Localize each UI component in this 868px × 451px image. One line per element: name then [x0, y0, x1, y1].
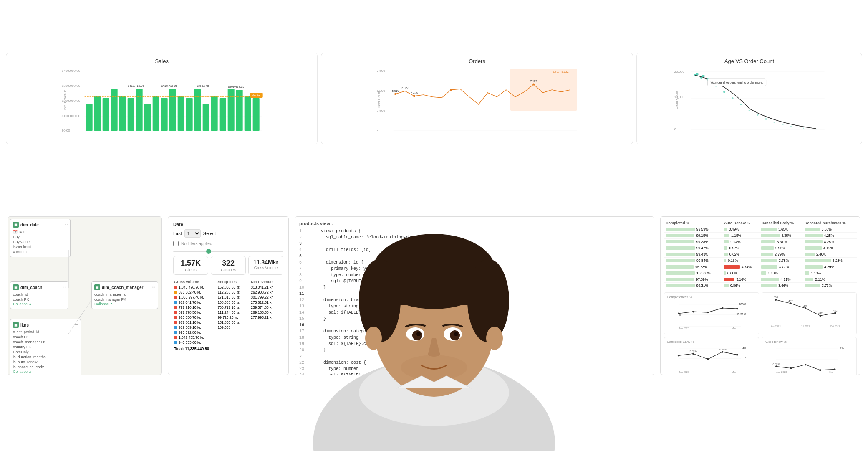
svg-text:6,327: 6,327	[402, 86, 409, 89]
svg-point-123	[805, 307, 806, 309]
svg-text:99.91%: 99.91%	[736, 313, 746, 316]
svg-point-90	[782, 124, 783, 125]
table-row: 99.43% 0.62% 2.79% 2.40%	[664, 251, 857, 258]
mini-kpi-coaches-lbl: Coaches	[214, 268, 243, 272]
person-svg	[313, 226, 555, 451]
filter-period-select[interactable]: 1 3 6 12	[184, 229, 201, 238]
completeness-title: Completeness %	[667, 295, 756, 299]
table-menu[interactable]: ···	[62, 285, 66, 289]
svg-point-175	[365, 327, 382, 350]
orders-chart: Orders 5,757–9,122 7,500 5,000 2,500 0 5…	[321, 53, 633, 144]
field: isWeekend	[13, 244, 68, 249]
col-cancelled-early: Cancelled Early %	[760, 220, 803, 226]
svg-rect-30	[253, 98, 260, 131]
svg-rect-27	[228, 89, 235, 131]
collapse-btn[interactable]: Collapse ∧	[13, 370, 78, 374]
table-icon: ▣	[13, 222, 19, 228]
svg-text:3.69%: 3.69%	[690, 350, 697, 353]
svg-text:$100,000.00: $100,000.00	[62, 114, 81, 118]
field: coach PK	[13, 297, 66, 302]
svg-point-111	[692, 311, 694, 312]
svg-point-58	[450, 89, 452, 91]
revenue-total-row: Total: 11,335,449.80	[173, 345, 283, 352]
svg-text:20: 20	[693, 133, 696, 134]
svg-point-155	[805, 364, 806, 365]
svg-point-174	[454, 332, 458, 336]
svg-point-124	[819, 315, 821, 317]
svg-text:January '24: January '24	[213, 133, 228, 134]
svg-rect-21	[178, 96, 184, 131]
svg-rect-23	[194, 89, 201, 131]
svg-rect-12	[103, 98, 109, 131]
svg-point-92	[803, 128, 804, 129]
svg-point-144	[736, 354, 738, 356]
svg-rect-24	[203, 104, 209, 131]
collapse-btn[interactable]: Collapse ∧	[94, 302, 155, 306]
field: ≡ Month	[13, 249, 68, 254]
svg-text:20,000: 20,000	[674, 70, 684, 73]
svg-rect-168	[373, 271, 495, 305]
svg-text:May: May	[553, 133, 559, 134]
table-row: 99.59% 0.49% 3.65% 3.68%	[664, 226, 857, 233]
svg-point-86	[748, 110, 750, 111]
svg-rect-10	[86, 104, 93, 131]
list-item: 1,042,435.70 kr.	[173, 335, 283, 340]
svg-rect-16	[136, 89, 143, 131]
col-net: Net revenue	[250, 279, 283, 285]
svg-text:Order Count: Order Count	[674, 91, 678, 110]
svg-text:July: July	[247, 133, 252, 134]
svg-text:80: 80	[781, 133, 784, 134]
collapse-btn[interactable]: Collapse ∧	[13, 302, 66, 306]
svg-text:Order Count: Order Count	[377, 91, 381, 110]
table-menu[interactable]: ···	[152, 285, 155, 289]
svg-text:Mar: Mar	[829, 371, 834, 374]
svg-text:60: 60	[752, 133, 755, 134]
filter-controls: Last 1 3 6 12 Select	[173, 229, 283, 238]
table-row: 99.47% 0.57% 2.92% 4.12%	[664, 245, 857, 251]
svg-point-83	[723, 91, 725, 93]
svg-point-57	[414, 95, 416, 97]
svg-text:100%: 100%	[739, 303, 746, 306]
svg-point-112	[707, 312, 709, 313]
svg-rect-17	[144, 104, 151, 131]
svg-text:January '22: January '22	[388, 133, 403, 134]
table-menu[interactable]: ···	[64, 223, 68, 227]
table-menu[interactable]: ···	[75, 323, 78, 327]
svg-point-156	[819, 369, 821, 371]
svg-text:Younger shoppers tend to order: Younger shoppers tend to order more.	[710, 81, 763, 84]
svg-point-88	[765, 118, 767, 120]
svg-point-89	[773, 122, 775, 123]
table-row: 99.84% 0.16% 3.78% 6.28%	[664, 258, 857, 264]
right-analytics-panel: Completed % Auto Renew % Cancelled Early…	[660, 216, 860, 375]
svg-rect-18	[153, 96, 159, 131]
svg-point-173	[416, 332, 421, 336]
svg-point-113	[722, 307, 723, 309]
field: is_cancelled_early	[13, 365, 78, 370]
mini-kpi-volume: 11.34Mkr Gross Volume	[248, 256, 283, 275]
auto-renew-chart: Auto Renew % 2% 0.09% Jan 2023 Mar	[762, 337, 857, 375]
svg-text:Jan 2023: Jan 2023	[679, 327, 689, 330]
svg-text:$400,000.00: $400,000.00	[62, 69, 81, 73]
svg-point-87	[757, 114, 758, 116]
no-filters-checkbox[interactable]	[173, 241, 179, 246]
volume-svg: 500 487 469 442 452 Apr 2023 Jul 2023 Oc…	[765, 295, 854, 329]
svg-point-176	[486, 327, 503, 350]
list-item: 797,916.10 kr. 760,717.10 kr. 239,374.83…	[173, 305, 283, 310]
svg-text:$418,716.06: $418,716.06	[161, 84, 177, 87]
age-order-chart-title: Age VS Order Count	[642, 58, 857, 64]
no-filters-text: No filters applied	[181, 241, 212, 246]
volume-line-chart: 500 487 469 442 452 Apr 2023 Jul 2023 Oc…	[762, 292, 857, 334]
svg-rect-25	[211, 96, 218, 131]
svg-text:40: 40	[722, 133, 726, 134]
svg-rect-22	[186, 98, 193, 131]
field: client_period_id	[13, 329, 78, 334]
svg-text:January '23: January '23	[154, 133, 169, 134]
mini-kpi-row: 1.57K Clients 322 Coaches 11.34Mkr Gross…	[173, 256, 283, 275]
svg-text:5,810: 5,810	[392, 89, 399, 92]
svg-text:4%: 4%	[742, 347, 746, 350]
svg-text:2%: 2%	[840, 347, 844, 350]
date-slider[interactable]	[173, 251, 283, 252]
svg-rect-19	[161, 98, 168, 131]
completeness-svg: 100% 99.91% Jan 2023 Mar 98	[667, 301, 756, 330]
svg-point-154	[790, 367, 792, 369]
